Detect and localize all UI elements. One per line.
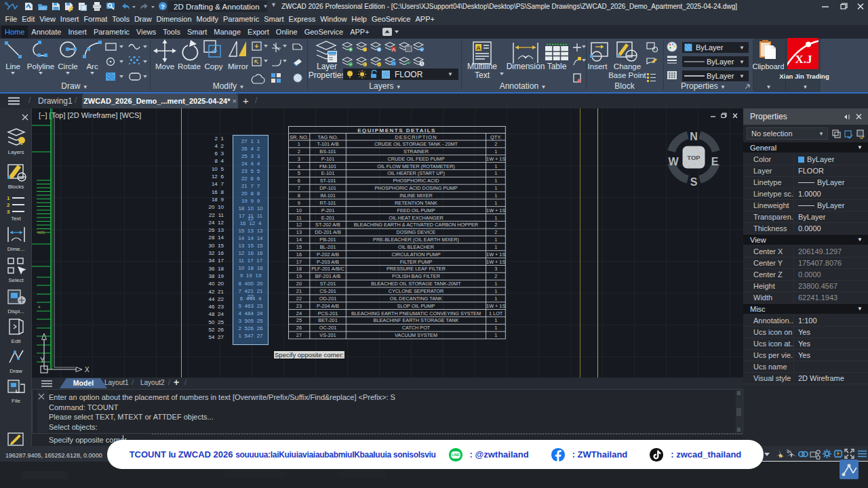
svg-text:1W + 1S: 1W + 1S <box>486 251 505 258</box>
svg-text:ST-101: ST-101 <box>319 178 336 184</box>
svg-text:BLEACHING EARTH & ACTIVATED CA: BLEACHING EARTH & ACTIVATED CARBON HOPPE… <box>353 222 477 228</box>
svg-text:TOP: TOP <box>687 154 701 161</box>
svg-text:1: 1 <box>494 288 497 294</box>
svg-text:Copy: Copy <box>205 62 223 70</box>
svg-text:Layer: Layer <box>317 62 337 71</box>
svg-text:P-101: P-101 <box>321 156 334 162</box>
svg-text:Insert: Insert <box>588 62 608 70</box>
svg-text:E: E <box>711 156 719 167</box>
svg-text:Table: Table <box>547 62 567 71</box>
svg-text:A: A <box>476 45 481 52</box>
svg-text:1W + 1S: 1W + 1S <box>486 207 505 214</box>
svg-text:T-101 A/B: T-101 A/B <box>317 141 338 147</box>
svg-text:?: ? <box>161 3 165 10</box>
svg-text:3: 3 <box>7 209 10 214</box>
svg-text:18: 18 <box>296 266 301 272</box>
svg-text:DESCRIPTION: DESCRIPTION <box>395 134 437 140</box>
svg-text:Y: Y <box>40 357 45 364</box>
svg-text:QTY.: QTY. <box>490 134 501 140</box>
svg-text:8: 8 <box>297 192 300 199</box>
svg-text:14: 14 <box>296 237 301 243</box>
svg-text:27: 27 <box>296 332 301 338</box>
svg-text:BET-201: BET-201 <box>318 317 337 323</box>
svg-text:17: 17 <box>296 259 301 265</box>
svg-text:ST-201: ST-201 <box>319 281 336 287</box>
svg-text:20: 20 <box>296 281 301 287</box>
svg-text:2: 2 <box>494 222 497 228</box>
svg-text:4: 4 <box>38 305 41 309</box>
svg-text:EQUIPMENTS DETAILS: EQUIPMENTS DETAILS <box>357 127 436 134</box>
svg-text:1 LOT: 1 LOT <box>489 310 503 317</box>
svg-text:Circle: Circle <box>58 62 77 70</box>
svg-text:10: 10 <box>296 207 301 214</box>
svg-text:1: 1 <box>297 141 300 147</box>
svg-text:CRUDE OIL FEED PUMP: CRUDE OIL FEED PUMP <box>387 156 444 162</box>
svg-text:2: 2 <box>494 273 497 279</box>
svg-text:VACUUM SYSTEM: VACUUM SYSTEM <box>394 332 437 338</box>
svg-text:BLEACHING EARTH PNEUMATIC CONV: BLEACHING EARTH PNEUMATIC CONVEYING SYST… <box>351 310 480 317</box>
svg-text:1: 1 <box>494 200 497 206</box>
svg-text:OIL HEAT EXCHANGER: OIL HEAT EXCHANGER <box>389 215 443 221</box>
svg-text:BS-101: BS-101 <box>319 148 336 155</box>
svg-text:15: 15 <box>296 244 301 250</box>
svg-text:21: 21 <box>296 288 301 294</box>
svg-text:Mirror: Mirror <box>228 62 248 70</box>
svg-text:1: 1 <box>494 237 497 243</box>
svg-text:5: 5 <box>297 170 300 176</box>
svg-text:Properties: Properties <box>309 70 346 80</box>
svg-text:DD-201 A/B: DD-201 A/B <box>315 229 341 235</box>
svg-text:Clipboard: Clipboard <box>753 62 784 70</box>
svg-text:P-201: P-201 <box>321 207 334 214</box>
svg-text:Polyline: Polyline <box>27 62 54 70</box>
svg-text:SR. NO.: SR. NO. <box>289 134 308 140</box>
svg-text:POLISH BAG FILTER: POLISH BAG FILTER <box>392 273 440 279</box>
svg-text:1: 1 <box>494 296 497 302</box>
svg-text:BLEACHED OIL STORAGE TANK-20MT: BLEACHED OIL STORAGE TANK-20MT <box>371 281 461 287</box>
svg-text:OIL FLOW METER (ROTAMETER): OIL FLOW METER (ROTAMETER) <box>377 163 454 169</box>
svg-text:2: 2 <box>297 148 300 155</box>
svg-text:1: 1 <box>494 148 497 155</box>
svg-text:2: 2 <box>494 229 497 235</box>
svg-text:OC-201: OC-201 <box>319 325 336 331</box>
svg-text:VS-201: VS-201 <box>319 332 336 338</box>
svg-text:1: 1 <box>7 195 10 201</box>
svg-text:3: 3 <box>297 156 300 162</box>
svg-text:16: 16 <box>296 251 301 258</box>
svg-text:CYCLONE SEPERATOR: CYCLONE SEPERATOR <box>388 288 443 294</box>
svg-text:PLF-201 A/B/C: PLF-201 A/B/C <box>311 266 344 272</box>
svg-text:PRESSURE LEAF FILTER: PRESSURE LEAF FILTER <box>386 266 445 272</box>
svg-text:RETENTION TANK: RETENTION TANK <box>395 200 437 206</box>
svg-text:Base Point: Base Point <box>608 71 646 79</box>
svg-text:DP-101: DP-101 <box>319 185 336 191</box>
svg-text:1: 1 <box>494 332 497 338</box>
svg-text:INLINE MIXER: INLINE MIXER <box>399 192 433 199</box>
svg-text:25: 25 <box>296 317 301 323</box>
svg-text:2: 2 <box>494 141 497 147</box>
svg-text:N: N <box>690 131 698 142</box>
svg-text:4: 4 <box>297 163 300 169</box>
svg-text:IM-101: IM-101 <box>320 192 336 199</box>
svg-text:P-204 A/B: P-204 A/B <box>317 303 339 309</box>
svg-text:X: X <box>85 366 90 373</box>
svg-text:1: 1 <box>494 317 497 323</box>
svg-text:7: 7 <box>297 185 300 191</box>
svg-text:OIL HEATER (START UP): OIL HEATER (START UP) <box>387 170 445 176</box>
svg-text:BL-201: BL-201 <box>319 244 336 250</box>
svg-text:PB-201: PB-201 <box>319 237 336 243</box>
svg-text:NO): NO) <box>37 230 45 235</box>
svg-text:SLOP OIL PUMP: SLOP OIL PUMP <box>397 303 435 309</box>
svg-text:CIRCULATION PUMP: CIRCULATION PUMP <box>391 251 440 258</box>
svg-text:1W + 1S: 1W + 1S <box>486 303 505 309</box>
svg-text:E-201: E-201 <box>321 215 334 221</box>
svg-text:9: 9 <box>297 200 300 206</box>
svg-text:19: 19 <box>296 273 301 279</box>
svg-text:Dimension: Dimension <box>507 62 545 71</box>
svg-text:TAG NO.: TAG NO. <box>317 134 338 140</box>
svg-text:RT-101: RT-101 <box>319 200 336 206</box>
svg-text:W: W <box>668 156 679 167</box>
svg-text:Text: Text <box>475 70 490 80</box>
svg-text:26: 26 <box>296 325 301 331</box>
svg-text:CATCH POT: CATCH POT <box>401 325 430 331</box>
svg-text:22: 22 <box>296 296 301 302</box>
svg-text:CS-201: CS-201 <box>319 288 336 294</box>
